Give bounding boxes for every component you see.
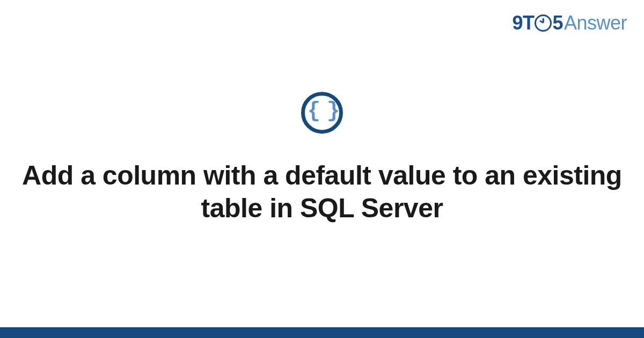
logo-text-answer: Answer <box>564 12 627 34</box>
logo-text-9t: 9T <box>512 12 534 34</box>
braces-glyph: { } <box>308 101 336 122</box>
site-logo: 9T 5 Answer <box>512 12 627 34</box>
main-content: { } Add a column with a default value to… <box>0 92 644 225</box>
logo-text-5: 5 <box>552 12 563 34</box>
page-title: Add a column with a default value to an … <box>21 159 623 225</box>
clock-icon <box>535 14 552 32</box>
code-braces-icon: { } <box>301 92 343 134</box>
footer-bar <box>0 327 644 338</box>
